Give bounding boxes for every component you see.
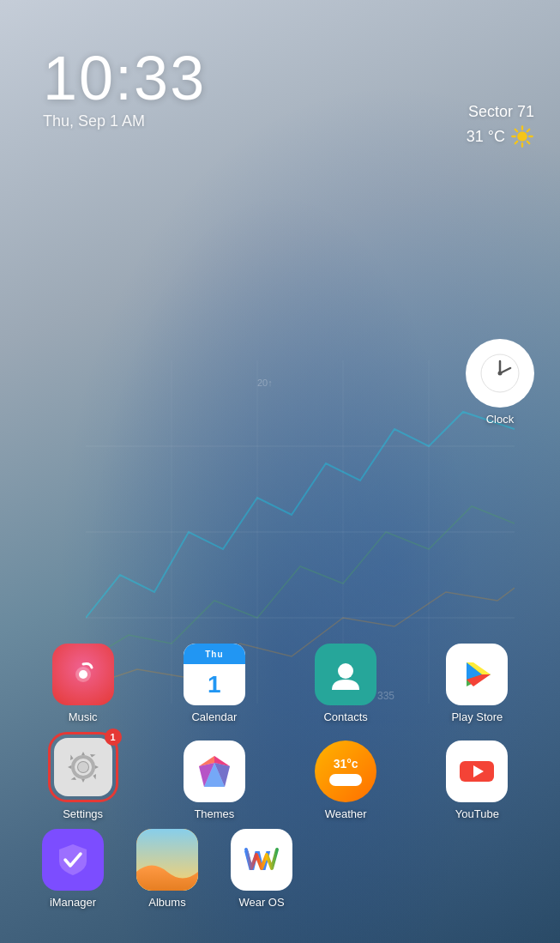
imanager-icon (42, 829, 104, 891)
music-label: Music (69, 710, 98, 723)
svg-line-16 (527, 142, 529, 143)
albums-icon (136, 829, 198, 891)
contacts-app[interactable]: Contacts (298, 644, 393, 723)
svg-point-10 (517, 131, 527, 142)
weather-app-label: Weather (325, 807, 367, 820)
app-row-2: 1 Settings Themes (17, 732, 543, 820)
albums-app[interactable]: Albums (120, 829, 214, 909)
imanager-app[interactable]: iManager (26, 829, 120, 909)
calendar-icon: Thu 1 (184, 644, 245, 705)
app-row-1: Music Thu 1 Calendar (17, 644, 543, 723)
svg-point-33 (78, 762, 88, 772)
youtube-label: YouTube (455, 807, 499, 820)
weather-app[interactable]: 31°c Weather (298, 740, 393, 820)
sun-icon (510, 124, 534, 148)
svg-text:20↑: 20↑ (257, 378, 273, 388)
app-grid: Music Thu 1 Calendar (0, 644, 560, 917)
music-icon (52, 644, 114, 705)
settings-app[interactable]: 1 Settings (36, 732, 130, 820)
contacts-icon (315, 644, 376, 705)
clock-app-label: Clock (486, 413, 515, 426)
home-clock: 10:33 Thu, Sep 1 AM (43, 47, 206, 130)
weather-temp: 31 °C (467, 124, 534, 148)
clock-app[interactable]: Clock (466, 339, 534, 426)
wearos-icon: W (231, 829, 292, 891)
calendar-app[interactable]: Thu 1 Calendar (167, 644, 262, 723)
wearos-app[interactable]: W We (214, 829, 309, 909)
albums-label: Albums (148, 896, 185, 909)
app-row-3: iManager (17, 829, 543, 909)
settings-badge: 1 (105, 728, 122, 746)
wearos-label: Wear OS (238, 896, 284, 909)
themes-app[interactable]: Themes (167, 740, 262, 820)
themes-label: Themes (194, 807, 234, 820)
playstore-icon (446, 644, 508, 705)
clock-face-icon (478, 351, 522, 396)
svg-point-25 (79, 670, 87, 679)
music-app[interactable]: Music (36, 644, 130, 723)
themes-icon (184, 740, 245, 802)
clock-time: 10:33 (43, 47, 206, 109)
youtube-app[interactable]: YouTube (430, 740, 524, 820)
contacts-label: Contacts (323, 710, 367, 723)
weather-widget: Sector 71 31 °C (467, 103, 534, 148)
playstore-app[interactable]: Play Store (430, 644, 524, 723)
svg-line-15 (515, 130, 517, 131)
svg-point-22 (498, 372, 503, 376)
calendar-label: Calendar (191, 710, 237, 723)
weather-app-icon: 31°c (315, 740, 376, 802)
weather-location: Sector 71 (467, 103, 534, 121)
svg-line-17 (527, 130, 529, 131)
playstore-label: Play Store (451, 710, 503, 723)
settings-icon (54, 738, 112, 796)
svg-point-26 (338, 663, 353, 679)
clock-date: Thu, Sep 1 AM (43, 112, 206, 130)
youtube-icon (446, 740, 508, 802)
svg-line-18 (515, 142, 517, 143)
settings-label: Settings (63, 807, 103, 820)
imanager-label: iManager (50, 896, 96, 909)
clock-app-icon (466, 339, 534, 408)
